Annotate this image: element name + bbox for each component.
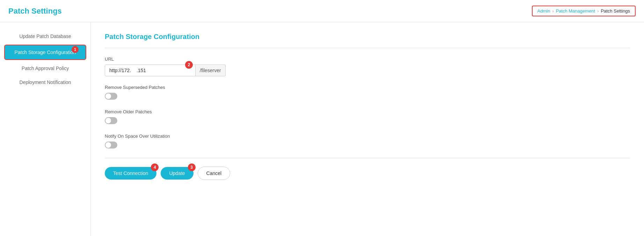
url-badge: 2: [185, 61, 193, 69]
sidebar: Update Patch Database Patch Storage Conf…: [0, 22, 91, 236]
toggle-switch-notify[interactable]: [105, 142, 117, 149]
toggle-remove-older: Remove Older Patches: [105, 109, 630, 125]
toggle-label-older: Remove Older Patches: [105, 109, 630, 114]
section-title: Patch Storage Configuration: [105, 33, 630, 41]
breadcrumb-patch-management[interactable]: Patch Management: [556, 8, 595, 14]
url-input[interactable]: [105, 64, 196, 76]
page-title: Patch Settings: [8, 7, 62, 16]
test-connection-button[interactable]: Test Connection: [105, 167, 156, 180]
toggle-thumb-older: [105, 118, 111, 123]
toggle-thumb-notify: [105, 142, 111, 148]
url-form-group: URL /fileserver 2: [105, 56, 630, 76]
url-label: URL: [105, 56, 630, 62]
toggle-remove-superseded: Remove Superseded Patches: [105, 85, 630, 101]
toggle-switch-older[interactable]: [105, 117, 117, 124]
update-wrapper: Update 3: [161, 167, 193, 180]
toggle-label-notify: Notify On Space Over Utilization: [105, 134, 630, 139]
toggle-thumb-superseded: [105, 93, 111, 99]
toggle-label-superseded: Remove Superseded Patches: [105, 85, 630, 90]
toggle-notify-space: Notify On Space Over Utilization: [105, 134, 630, 150]
toggle-switch-superseded[interactable]: [105, 93, 117, 100]
cancel-button[interactable]: Cancel: [198, 167, 230, 180]
breadcrumb: Admin › Patch Management › Patch Setting…: [532, 6, 636, 16]
sidebar-item-update-patch-db[interactable]: Update Patch Database: [0, 29, 90, 43]
toggle-track-superseded: [105, 93, 117, 100]
sidebar-item-patch-storage-config[interactable]: Patch Storage Configuration 1: [4, 45, 86, 60]
action-bar: Test Connection 4 Update 3 Cancel: [105, 158, 630, 180]
sidebar-item-deployment-notification[interactable]: Deployment Notification: [0, 75, 90, 89]
toggle-track-older: [105, 117, 117, 124]
url-suffix: /fileserver: [196, 64, 226, 76]
breadcrumb-sep-2: ›: [597, 9, 599, 14]
breadcrumb-admin[interactable]: Admin: [537, 8, 550, 14]
breadcrumb-sep-1: ›: [552, 9, 554, 14]
test-connection-badge: 4: [151, 163, 159, 171]
update-badge: 3: [188, 163, 196, 171]
url-row: /fileserver 2: [105, 64, 630, 76]
page-header: Patch Settings Admin › Patch Management …: [0, 0, 644, 22]
content-area: Patch Storage Configuration URL /fileser…: [91, 22, 644, 236]
sidebar-badge-1: 1: [72, 46, 79, 53]
test-connection-wrapper: Test Connection 4: [105, 167, 156, 180]
main-layout: Update Patch Database Patch Storage Conf…: [0, 22, 644, 236]
breadcrumb-patch-settings: Patch Settings: [601, 8, 630, 14]
section-divider: [105, 48, 630, 48]
sidebar-item-patch-approval-policy[interactable]: Patch Approval Policy: [0, 61, 90, 75]
toggle-track-notify: [105, 142, 117, 149]
